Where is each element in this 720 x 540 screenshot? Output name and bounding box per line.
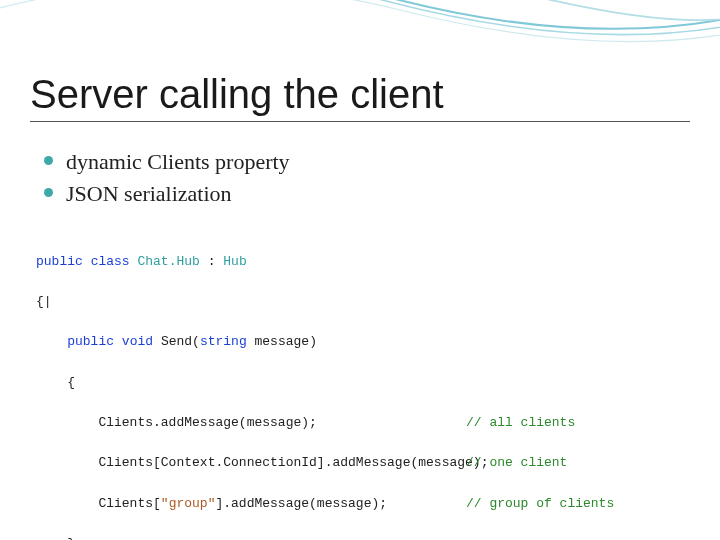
bullet-text: dynamic Clients property — [66, 149, 290, 174]
bullet-text: JSON serialization — [66, 181, 232, 206]
list-item: JSON serialization — [44, 178, 690, 210]
code-block: public class Chat.Hub : Hub {| public vo… — [36, 232, 690, 540]
code-line: } — [36, 534, 690, 540]
slide-title: Server calling the client — [30, 72, 690, 117]
title-underline — [30, 121, 690, 122]
bullet-list: dynamic Clients property JSON serializat… — [44, 146, 690, 210]
code-line: Clients["group"].addMessage(message);// … — [36, 494, 690, 514]
code-line: public class Chat.Hub : Hub — [36, 252, 690, 272]
code-line: public void Send(string message) — [36, 332, 690, 352]
code-line: Clients.addMessage(message);// all clien… — [36, 413, 690, 433]
slide-content: Server calling the client dynamic Client… — [0, 0, 720, 540]
code-line: Clients[Context.ConnectionId].addMessage… — [36, 453, 690, 473]
list-item: dynamic Clients property — [44, 146, 690, 178]
code-line: {| — [36, 292, 690, 312]
code-line: { — [36, 373, 690, 393]
